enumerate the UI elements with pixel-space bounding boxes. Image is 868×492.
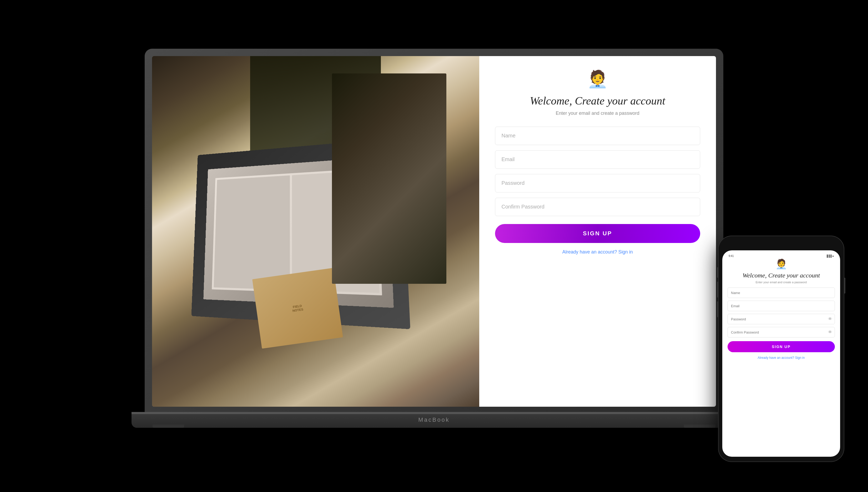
mute-button [717, 267, 718, 278]
power-button [844, 278, 845, 294]
phone-time: 9:41 [729, 254, 734, 257]
email-input[interactable] [495, 150, 700, 169]
phone-status-bar: 9:41 ▐▐▐ ● [728, 254, 835, 257]
laptop-screen-bezel: FIELDNOTES 🧑‍💼 Welcome, Create your acco… [144, 49, 723, 412]
confirm-password-eye-icon[interactable]: 👁 [828, 330, 832, 335]
confirm-password-input[interactable] [495, 198, 700, 216]
phone-screen: 9:41 ▐▐▐ ● 🧑‍💼 Welcome, Create your acco… [722, 250, 840, 457]
phone-signup-button[interactable]: SIGN UP [728, 341, 835, 352]
phone-form-title: Welcome, Create your account [742, 272, 820, 279]
password-input[interactable] [495, 174, 700, 192]
avatar-icon: 🧑‍💼 [587, 69, 608, 89]
laptop-form-panel: 🧑‍💼 Welcome, Create your account Enter y… [479, 56, 716, 407]
phone-form-subtitle: Enter your email and create a password [756, 280, 807, 284]
laptop-screen: FIELDNOTES 🧑‍💼 Welcome, Create your acco… [152, 56, 716, 407]
signup-button[interactable]: SIGN UP [495, 224, 700, 243]
laptop: FIELDNOTES 🧑‍💼 Welcome, Create your acco… [144, 49, 723, 444]
form-title: Welcome, Create your account [530, 94, 665, 107]
scene: FIELDNOTES 🧑‍💼 Welcome, Create your acco… [13, 9, 855, 483]
signin-link[interactable]: Already have an account? Sign in [562, 249, 633, 255]
phone-notch [758, 241, 805, 248]
laptop-foot-right [684, 425, 715, 428]
desktop-form: 🧑‍💼 Welcome, Create your account Enter y… [495, 69, 700, 255]
phone-signal: ▐▐▐ ● [826, 254, 834, 257]
phone: 9:41 ▐▐▐ ● 🧑‍💼 Welcome, Create your acco… [718, 236, 844, 462]
volume-up-button [717, 282, 718, 297]
laptop-base: MacBook [132, 412, 736, 428]
laptop-photo: FIELDNOTES [152, 56, 479, 407]
laptop-brand: MacBook [418, 416, 450, 423]
phone-email-input[interactable] [728, 301, 835, 311]
phone-signin-link[interactable]: Already have an account? Sign in [758, 356, 805, 360]
phone-confirm-password-wrap: 👁 [728, 327, 835, 338]
phone-confirm-password-input[interactable] [728, 327, 835, 338]
phone-password-wrap: 👁 [728, 314, 835, 324]
phone-password-input[interactable] [728, 314, 835, 324]
form-subtitle: Enter your email and create a password [556, 110, 639, 116]
password-eye-icon[interactable]: 👁 [828, 317, 832, 321]
phone-name-input[interactable] [728, 288, 835, 298]
name-input[interactable] [495, 127, 700, 145]
phone-avatar-icon: 🧑‍💼 [775, 259, 787, 270]
volume-down-button [717, 301, 718, 317]
laptop-foot-left [153, 425, 184, 428]
